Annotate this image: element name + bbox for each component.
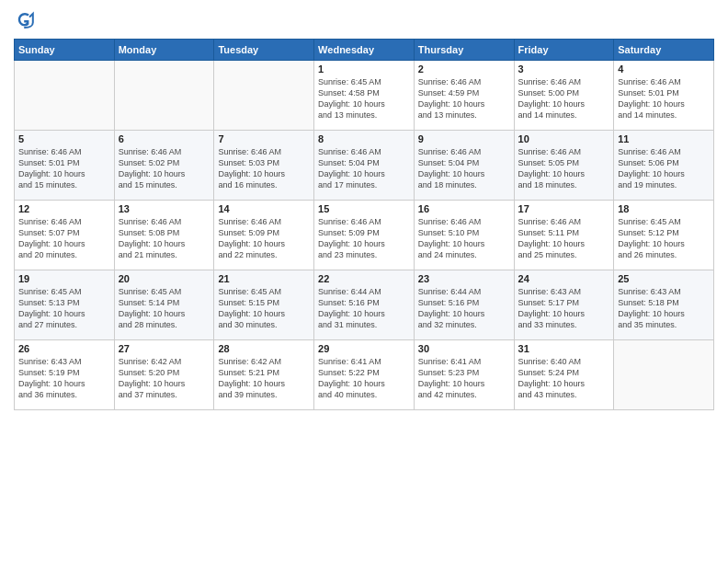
day-info: Sunrise: 6:46 AMSunset: 5:06 PMDaylight:… [618,146,710,191]
day-info: Sunrise: 6:41 AMSunset: 5:23 PMDaylight:… [418,356,510,401]
day-number: 7 [218,133,310,144]
day-number: 12 [18,203,110,214]
calendar-cell [614,340,714,410]
day-number: 21 [218,273,310,284]
day-number: 5 [18,133,110,144]
week-row-2: 5Sunrise: 6:46 AMSunset: 5:01 PMDaylight… [15,131,714,201]
day-info: Sunrise: 6:40 AMSunset: 5:24 PMDaylight:… [518,356,610,401]
day-number: 26 [18,343,110,354]
calendar-cell: 6Sunrise: 6:46 AMSunset: 5:02 PMDaylight… [114,131,214,201]
day-info: Sunrise: 6:43 AMSunset: 5:17 PMDaylight:… [518,286,610,331]
day-info: Sunrise: 6:45 AMSunset: 5:15 PMDaylight:… [218,286,310,331]
day-info: Sunrise: 6:41 AMSunset: 5:22 PMDaylight:… [318,356,410,401]
day-number: 13 [119,203,210,214]
day-info: Sunrise: 6:42 AMSunset: 5:20 PMDaylight:… [119,356,210,401]
weekday-header-thursday: Thursday [414,40,514,61]
calendar-cell: 4Sunrise: 6:46 AMSunset: 5:01 PMDaylight… [614,61,714,131]
header [14,9,714,31]
day-info: Sunrise: 6:43 AMSunset: 5:18 PMDaylight:… [618,286,710,331]
day-number: 28 [218,343,310,354]
calendar-table: SundayMondayTuesdayWednesdayThursdayFrid… [14,39,714,410]
day-info: Sunrise: 6:45 AMSunset: 5:13 PMDaylight:… [18,286,110,331]
calendar-cell: 23Sunrise: 6:44 AMSunset: 5:16 PMDayligh… [414,270,514,340]
calendar-cell: 2Sunrise: 6:46 AMSunset: 4:59 PMDaylight… [414,61,514,131]
day-number: 4 [618,63,710,75]
day-number: 31 [518,343,610,354]
day-info: Sunrise: 6:45 AMSunset: 4:58 PMDaylight:… [318,76,410,121]
day-info: Sunrise: 6:46 AMSunset: 5:02 PMDaylight:… [119,146,210,191]
day-info: Sunrise: 6:43 AMSunset: 5:19 PMDaylight:… [18,356,110,401]
calendar-cell: 26Sunrise: 6:43 AMSunset: 5:19 PMDayligh… [15,340,115,410]
week-row-1: 1Sunrise: 6:45 AMSunset: 4:58 PMDaylight… [15,61,714,131]
calendar-cell: 20Sunrise: 6:45 AMSunset: 5:14 PMDayligh… [114,270,214,340]
calendar-cell: 28Sunrise: 6:42 AMSunset: 5:21 PMDayligh… [214,340,314,410]
day-info: Sunrise: 6:42 AMSunset: 5:21 PMDaylight:… [218,356,310,401]
weekday-header-wednesday: Wednesday [314,40,415,61]
calendar-cell: 25Sunrise: 6:43 AMSunset: 5:18 PMDayligh… [614,270,714,340]
day-number: 29 [318,343,410,354]
calendar-cell: 30Sunrise: 6:41 AMSunset: 5:23 PMDayligh… [414,340,514,410]
day-number: 30 [418,343,510,354]
day-number: 9 [418,133,510,144]
day-info: Sunrise: 6:46 AMSunset: 5:01 PMDaylight:… [618,76,710,121]
calendar-cell: 3Sunrise: 6:46 AMSunset: 5:00 PMDaylight… [514,61,614,131]
calendar-cell: 11Sunrise: 6:46 AMSunset: 5:06 PMDayligh… [614,131,714,201]
calendar-cell [15,61,115,131]
day-info: Sunrise: 6:46 AMSunset: 5:08 PMDaylight:… [119,216,210,261]
calendar-cell: 1Sunrise: 6:45 AMSunset: 4:58 PMDaylight… [314,61,415,131]
day-number: 10 [518,133,610,144]
day-info: Sunrise: 6:46 AMSunset: 5:03 PMDaylight:… [218,146,310,191]
calendar-header: SundayMondayTuesdayWednesdayThursdayFrid… [15,40,714,61]
day-number: 22 [318,273,410,284]
calendar-cell: 10Sunrise: 6:46 AMSunset: 5:05 PMDayligh… [514,131,614,201]
calendar-cell: 29Sunrise: 6:41 AMSunset: 5:22 PMDayligh… [314,340,415,410]
week-row-4: 19Sunrise: 6:45 AMSunset: 5:13 PMDayligh… [15,270,714,340]
day-info: Sunrise: 6:46 AMSunset: 5:04 PMDaylight:… [318,146,410,191]
calendar-cell [214,61,314,131]
day-number: 2 [418,63,510,75]
day-info: Sunrise: 6:46 AMSunset: 5:07 PMDaylight:… [18,216,110,261]
calendar-cell: 19Sunrise: 6:45 AMSunset: 5:13 PMDayligh… [15,270,115,340]
calendar-cell: 5Sunrise: 6:46 AMSunset: 5:01 PMDaylight… [15,131,115,201]
weekday-header-monday: Monday [114,40,214,61]
calendar-cell: 24Sunrise: 6:43 AMSunset: 5:17 PMDayligh… [514,270,614,340]
calendar-cell: 16Sunrise: 6:46 AMSunset: 5:10 PMDayligh… [414,201,514,270]
day-number: 3 [518,63,610,75]
calendar-cell: 9Sunrise: 6:46 AMSunset: 5:04 PMDaylight… [414,131,514,201]
calendar-cell: 15Sunrise: 6:46 AMSunset: 5:09 PMDayligh… [314,201,415,270]
day-number: 8 [318,133,410,144]
calendar-cell: 22Sunrise: 6:44 AMSunset: 5:16 PMDayligh… [314,270,415,340]
day-info: Sunrise: 6:44 AMSunset: 5:16 PMDaylight:… [318,286,410,331]
day-number: 6 [119,133,210,144]
day-info: Sunrise: 6:46 AMSunset: 5:10 PMDaylight:… [418,216,510,261]
day-info: Sunrise: 6:46 AMSunset: 5:05 PMDaylight:… [518,146,610,191]
calendar-body: 1Sunrise: 6:45 AMSunset: 4:58 PMDaylight… [15,61,714,410]
weekday-header-tuesday: Tuesday [214,40,314,61]
calendar-cell: 31Sunrise: 6:40 AMSunset: 5:24 PMDayligh… [514,340,614,410]
week-row-5: 26Sunrise: 6:43 AMSunset: 5:19 PMDayligh… [15,340,714,410]
day-info: Sunrise: 6:46 AMSunset: 5:09 PMDaylight:… [318,216,410,261]
calendar-cell: 14Sunrise: 6:46 AMSunset: 5:09 PMDayligh… [214,201,314,270]
day-info: Sunrise: 6:46 AMSunset: 5:09 PMDaylight:… [218,216,310,261]
day-info: Sunrise: 6:46 AMSunset: 5:04 PMDaylight:… [418,146,510,191]
day-number: 1 [318,63,410,75]
weekday-header-row: SundayMondayTuesdayWednesdayThursdayFrid… [15,40,714,61]
day-number: 16 [418,203,510,214]
weekday-header-saturday: Saturday [614,40,714,61]
day-info: Sunrise: 6:46 AMSunset: 4:59 PMDaylight:… [418,76,510,121]
calendar-cell: 18Sunrise: 6:45 AMSunset: 5:12 PMDayligh… [614,201,714,270]
calendar-cell: 21Sunrise: 6:45 AMSunset: 5:15 PMDayligh… [214,270,314,340]
day-info: Sunrise: 6:46 AMSunset: 5:01 PMDaylight:… [18,146,110,191]
calendar-cell: 7Sunrise: 6:46 AMSunset: 5:03 PMDaylight… [214,131,314,201]
day-number: 20 [119,273,210,284]
day-number: 15 [318,203,410,214]
day-number: 19 [18,273,110,284]
calendar-cell: 13Sunrise: 6:46 AMSunset: 5:08 PMDayligh… [114,201,214,270]
day-number: 24 [518,273,610,284]
page: SundayMondayTuesdayWednesdayThursdayFrid… [0,0,728,563]
calendar-cell: 8Sunrise: 6:46 AMSunset: 5:04 PMDaylight… [314,131,415,201]
weekday-header-sunday: Sunday [15,40,115,61]
day-info: Sunrise: 6:45 AMSunset: 5:14 PMDaylight:… [119,286,210,331]
day-number: 17 [518,203,610,214]
logo [14,9,40,31]
